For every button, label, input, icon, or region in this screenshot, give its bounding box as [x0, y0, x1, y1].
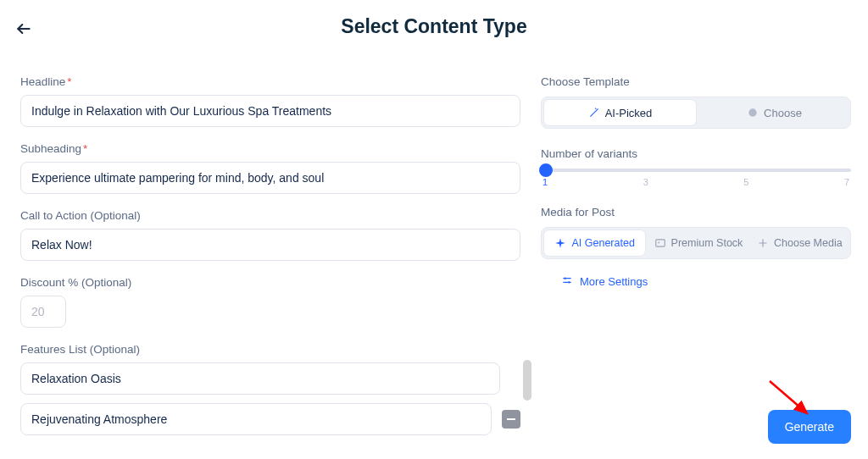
feature-input-0[interactable]: [20, 362, 500, 395]
remove-feature-button[interactable]: [502, 410, 520, 429]
media-label: Media for Post: [541, 206, 851, 218]
svg-point-4: [565, 278, 566, 279]
generate-button[interactable]: Generate: [768, 410, 851, 444]
settings-column: Choose Template AI-Picked Choose Number …: [541, 75, 851, 444]
sliders-icon: [561, 274, 573, 289]
template-segmented: AI-Picked Choose: [541, 97, 851, 129]
palette-icon: [747, 107, 759, 119]
template-option-ai-picked[interactable]: AI-Picked: [543, 99, 697, 126]
media-option-premium-stock[interactable]: Premium Stock: [648, 228, 748, 258]
svg-point-5: [568, 281, 570, 283]
media-option-choose-media[interactable]: Choose Media: [749, 228, 850, 258]
back-button[interactable]: [15, 20, 32, 41]
required-marker: *: [67, 75, 71, 88]
more-settings-link[interactable]: More Settings: [541, 274, 648, 289]
slider-ticks: 1 3 5 7: [541, 177, 851, 187]
subheading-input[interactable]: [20, 162, 520, 194]
features-scrollbar[interactable]: [523, 360, 531, 401]
image-icon: [654, 237, 666, 249]
variants-slider[interactable]: [541, 169, 851, 172]
discount-label: Discount % (Optional): [20, 276, 520, 289]
feature-input-1[interactable]: [20, 403, 492, 435]
plus-icon: [757, 237, 769, 249]
required-marker: *: [83, 142, 87, 155]
form-column: Headline* Subheading* Call to Action (Op…: [20, 75, 520, 444]
media-option-ai-generated[interactable]: AI Generated: [543, 230, 646, 257]
slider-thumb[interactable]: [539, 163, 553, 177]
headline-label: Headline*: [20, 75, 520, 88]
variants-label: Number of variants: [541, 147, 851, 160]
discount-input[interactable]: [20, 296, 66, 328]
cta-input[interactable]: [20, 229, 520, 261]
features-label: Features List (Optional): [20, 343, 520, 356]
subheading-label: Subheading*: [20, 142, 520, 155]
page-title: Select Content Type: [0, 0, 868, 48]
wand-icon: [588, 107, 600, 119]
media-segmented: AI Generated Premium Stock Choose Media: [541, 227, 851, 259]
headline-input[interactable]: [20, 95, 520, 127]
svg-rect-2: [655, 240, 665, 246]
sparkle-icon: [554, 237, 566, 249]
svg-point-1: [748, 108, 756, 116]
template-option-choose[interactable]: Choose: [698, 97, 850, 128]
cta-label: Call to Action (Optional): [20, 209, 520, 222]
template-label: Choose Template: [541, 75, 851, 88]
svg-point-3: [658, 242, 659, 244]
